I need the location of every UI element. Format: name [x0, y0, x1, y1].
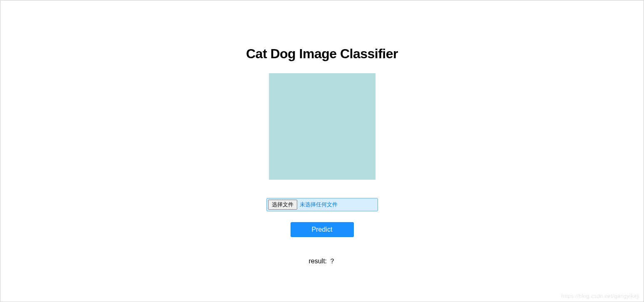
main-container: Cat Dog Image Classifier 选择文件 未选择任何文件 Pr… — [0, 0, 644, 266]
watermark-text: https://blog.csdn.net/gangyikeji — [562, 293, 639, 299]
image-preview-box — [269, 73, 375, 180]
file-status-text: 未选择任何文件 — [300, 201, 338, 208]
result-label: result: — [308, 257, 328, 265]
page-title: Cat Dog Image Classifier — [246, 46, 398, 62]
predict-button[interactable]: Predict — [291, 222, 354, 237]
result-value: ？ — [329, 257, 336, 265]
choose-file-button[interactable]: 选择文件 — [268, 200, 297, 210]
result-display: result: ？ — [308, 257, 335, 266]
file-input-wrapper[interactable]: 选择文件 未选择任何文件 — [266, 198, 378, 211]
